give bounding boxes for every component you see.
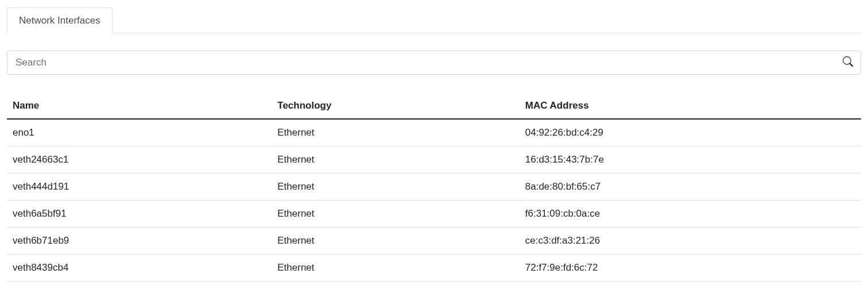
search-wrapper bbox=[7, 51, 861, 75]
column-header-technology[interactable]: Technology bbox=[272, 93, 520, 119]
search-input[interactable] bbox=[7, 51, 861, 75]
cell-name: veth8439cb4 bbox=[7, 255, 272, 282]
cell-mac: 04:92:26:bd:c4:29 bbox=[520, 119, 861, 147]
cell-technology: Ethernet bbox=[272, 119, 520, 147]
cell-name: veth444d191 bbox=[7, 174, 272, 201]
cell-name: veth6b71eb9 bbox=[7, 228, 272, 255]
cell-technology: Ethernet bbox=[272, 228, 520, 255]
table-row[interactable]: veth6b71eb9 Ethernet ce:c3:df:a3:21:26 bbox=[7, 228, 861, 255]
table-row[interactable]: veth6a5bf91 Ethernet f6:31:09:cb:0a:ce bbox=[7, 201, 861, 228]
cell-name: veth6a5bf91 bbox=[7, 201, 272, 228]
table-row[interactable]: veth8439cb4 Ethernet 72:f7:9e:fd:6c:72 bbox=[7, 255, 861, 282]
cell-technology: Ethernet bbox=[272, 147, 520, 174]
table-header-row: Name Technology MAC Address bbox=[7, 93, 861, 119]
tab-network-interfaces[interactable]: Network Interfaces bbox=[7, 7, 113, 33]
table-row[interactable]: veth24663c1 Ethernet 16:d3:15:43:7b:7e bbox=[7, 147, 861, 174]
tab-label: Network Interfaces bbox=[19, 15, 100, 26]
cell-technology: Ethernet bbox=[272, 201, 520, 228]
cell-technology: Ethernet bbox=[272, 255, 520, 282]
cell-mac: ce:c3:df:a3:21:26 bbox=[520, 228, 861, 255]
cell-name: eno1 bbox=[7, 119, 272, 147]
cell-mac: 8a:de:80:bf:65:c7 bbox=[520, 174, 861, 201]
tabs-container: Network Interfaces bbox=[7, 7, 861, 33]
table-row[interactable]: eno1 Ethernet 04:92:26:bd:c4:29 bbox=[7, 119, 861, 147]
column-header-mac-address[interactable]: MAC Address bbox=[520, 93, 861, 119]
table-body: eno1 Ethernet 04:92:26:bd:c4:29 veth2466… bbox=[7, 119, 861, 282]
cell-mac: 72:f7:9e:fd:6c:72 bbox=[520, 255, 861, 282]
cell-name: veth24663c1 bbox=[7, 147, 272, 174]
network-interfaces-table: Name Technology MAC Address eno1 Etherne… bbox=[7, 93, 861, 282]
search-icon[interactable] bbox=[843, 56, 853, 69]
cell-mac: 16:d3:15:43:7b:7e bbox=[520, 147, 861, 174]
cell-technology: Ethernet bbox=[272, 174, 520, 201]
table-row[interactable]: veth444d191 Ethernet 8a:de:80:bf:65:c7 bbox=[7, 174, 861, 201]
cell-mac: f6:31:09:cb:0a:ce bbox=[520, 201, 861, 228]
column-header-name[interactable]: Name bbox=[7, 93, 272, 119]
